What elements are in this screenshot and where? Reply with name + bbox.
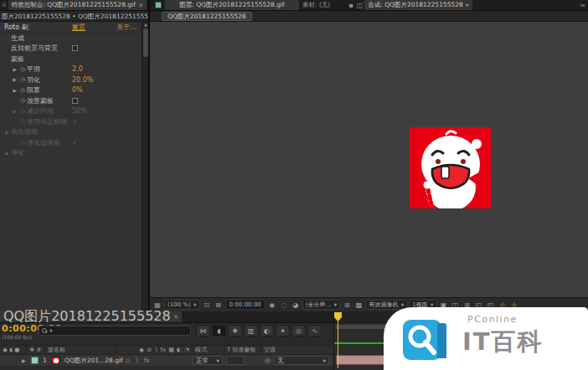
property-value[interactable]: 0% bbox=[72, 86, 83, 94]
tab-composition[interactable]: 合成: QQ图片20181225155528 ▼ bbox=[364, 0, 472, 11]
tab-timeline-comp[interactable]: QQ图片20181225155528 × bbox=[0, 311, 182, 322]
comp-flowchart-icon[interactable]: ▪ bbox=[347, 2, 354, 9]
stopwatch-icon[interactable]: ◷ bbox=[18, 87, 27, 94]
motion-blur-icon[interactable]: ◐ bbox=[260, 325, 274, 337]
property-checkbox[interactable] bbox=[72, 45, 78, 51]
chevron-down-icon[interactable]: ▼ bbox=[466, 3, 469, 8]
layer-switch-icon[interactable]: fx bbox=[144, 357, 150, 364]
layer-switches: ▫∖fx bbox=[126, 355, 150, 366]
property-value[interactable]: 2.0 bbox=[72, 65, 83, 73]
effect-property-row[interactable]: ▶◷平滑2.0 bbox=[0, 64, 148, 75]
stopwatch-icon[interactable]: ◷ bbox=[18, 118, 27, 125]
parent-column-header[interactable]: 父级 bbox=[261, 346, 332, 354]
effect-property-row[interactable]: 反转前景与背景 bbox=[0, 44, 148, 54]
snapshot-icon[interactable]: ◉ bbox=[267, 301, 277, 309]
expander-icon[interactable]: ▶ bbox=[11, 88, 18, 93]
tab-layer[interactable]: 图层: QQ图片20181225155528.gif bbox=[165, 0, 299, 11]
property-check-icon[interactable]: ✓ bbox=[72, 139, 78, 146]
tab-footage[interactable]: 素材: (无) bbox=[299, 0, 333, 11]
stopwatch-icon[interactable]: ◷ bbox=[18, 108, 27, 115]
expander-icon[interactable]: ▶ bbox=[3, 151, 11, 156]
viewer-canvas[interactable] bbox=[150, 22, 588, 297]
stopwatch-icon[interactable]: ◷ bbox=[18, 76, 27, 83]
close-icon[interactable]: × bbox=[138, 2, 144, 9]
layer-image[interactable] bbox=[410, 127, 491, 208]
layer-switch-icon[interactable]: ▫ bbox=[126, 357, 130, 364]
layer-thumbnail bbox=[51, 357, 60, 364]
viewer-panel-menu-icon[interactable]: ≡ bbox=[577, 2, 588, 9]
expander-icon[interactable]: ▶ bbox=[11, 77, 18, 82]
effect-property-row[interactable]: ▶◷减少抖动50% bbox=[0, 106, 148, 117]
layer-viewer-panel: 图层: QQ图片20181225155528.gif 素材: (无) ▪ ◫ 合… bbox=[150, 0, 588, 311]
effect-property-row[interactable]: 蒙板 bbox=[0, 54, 148, 64]
search-options-icon[interactable]: ▼ bbox=[49, 328, 53, 333]
property-value[interactable]: 20.0% bbox=[72, 76, 93, 84]
pixel-motion-icon[interactable]: ❖ bbox=[228, 325, 242, 337]
frame-blend-icon[interactable]: ▥ bbox=[244, 325, 258, 337]
stopwatch-icon[interactable]: ◷ bbox=[18, 139, 27, 146]
expander-icon[interactable]: ▶ bbox=[11, 67, 18, 72]
parent-select[interactable]: 无▼ bbox=[274, 356, 329, 365]
panel-menu-icon[interactable]: ≡ bbox=[147, 2, 148, 9]
timeline-tab-close-icon[interactable]: × bbox=[173, 313, 179, 321]
effect-property-row[interactable]: ▶动态模糊 bbox=[0, 127, 148, 138]
scrollbar[interactable]: ▲ bbox=[142, 22, 148, 311]
effect-property-row[interactable]: ◷使用动态模糊✓ bbox=[0, 116, 148, 127]
channels-icon[interactable]: ◕ bbox=[291, 301, 301, 309]
effect-name[interactable]: Roto 刷 bbox=[4, 23, 28, 31]
effect-property-row[interactable]: ▶◷阻塞0% bbox=[0, 85, 148, 96]
expander-icon[interactable]: ▶ bbox=[3, 130, 11, 135]
tab-effect-controls[interactable]: 特效控制台: QQ图片20181225155528.gif × bbox=[8, 0, 147, 11]
resolution-select[interactable]: (全分辨…▼ bbox=[302, 300, 341, 310]
about-link[interactable]: 关于... bbox=[116, 22, 137, 33]
blend-mode-select[interactable]: 正常▼ bbox=[193, 356, 223, 365]
layer-name[interactable]: QQ图片201...28.gif bbox=[64, 355, 123, 366]
panel-grip-icon[interactable]: ≣ bbox=[0, 2, 8, 8]
layer-color-chip[interactable] bbox=[31, 357, 39, 364]
source-name-column-header[interactable]: 源名称 bbox=[45, 346, 116, 354]
region-of-interest-icon[interactable]: ⊠ bbox=[214, 301, 224, 309]
property-check-icon[interactable]: ✓ bbox=[72, 118, 78, 126]
graph-editor-icon[interactable]: ∿ bbox=[307, 325, 322, 337]
layer-panel-icon bbox=[155, 2, 162, 8]
trkmat-column-header[interactable]: T 轨道蒙板 bbox=[224, 346, 261, 354]
scroll-up-icon[interactable]: ▲ bbox=[142, 22, 148, 27]
camera-select-label: 有效摄像机 bbox=[369, 301, 398, 309]
effect-property-row[interactable]: ▶净化 bbox=[0, 148, 148, 159]
switch-column-icon: fx bbox=[161, 347, 167, 353]
shy-layers-icon[interactable]: ◖ bbox=[212, 325, 226, 337]
parent-pickwhip-icon[interactable]: ◎ bbox=[265, 355, 271, 366]
switch-column-icon: ◐ bbox=[177, 347, 182, 353]
property-checkbox[interactable] bbox=[72, 98, 78, 104]
effect-property-row[interactable]: ◷改善蒙板 bbox=[0, 95, 148, 106]
effect-property-row[interactable]: 生成 bbox=[0, 33, 148, 44]
stopwatch-icon[interactable]: ◷ bbox=[18, 97, 27, 104]
property-label: 羽化 bbox=[27, 75, 40, 85]
mini-flowchart-icon[interactable]: ⋈ bbox=[196, 325, 210, 337]
mode-column-header[interactable]: 模式 bbox=[193, 346, 224, 354]
effect-property-row[interactable]: ◷净化边缘色✓ bbox=[0, 137, 148, 148]
stopwatch-icon[interactable]: ◷ bbox=[18, 66, 27, 73]
auto-keyframe-icon[interactable]: ◎ bbox=[291, 325, 306, 337]
effect-property-row[interactable]: ▶◷羽化20.0% bbox=[0, 75, 148, 85]
layer-tab-label: 图层: QQ图片20181225155528.gif bbox=[179, 1, 284, 9]
expander-icon[interactable]: ▶ bbox=[11, 109, 18, 114]
breadcrumb[interactable]: QQ图片20181225155528 bbox=[162, 12, 252, 21]
timeline-search-box[interactable]: ▼ bbox=[39, 326, 191, 336]
property-value[interactable]: 50% bbox=[72, 107, 87, 115]
target-region-icon[interactable]: ⊞ bbox=[342, 301, 352, 309]
comp-lock-icon[interactable]: ◫ bbox=[355, 2, 365, 9]
camera-select[interactable]: 有效摄像机▼ bbox=[365, 300, 407, 310]
layer-row[interactable]: ▶ 1 QQ图片201...28.gif ▫∖fx 正常▼ ◎ 无▼ bbox=[0, 355, 333, 366]
trkmat-select[interactable] bbox=[226, 356, 245, 365]
viewer-timecode[interactable]: 0:00:00:00 bbox=[225, 300, 266, 310]
chevron-down-icon: ▼ bbox=[334, 302, 338, 307]
layer-expander-icon[interactable]: ▶ bbox=[22, 355, 26, 366]
show-snapshot-icon[interactable]: ◌ bbox=[279, 301, 289, 309]
reset-link[interactable]: 重置 bbox=[72, 22, 85, 33]
transparency-grid-icon[interactable]: ▩ bbox=[353, 301, 364, 309]
layer-switch-icon[interactable]: ∖ bbox=[135, 357, 139, 364]
brainstorm-icon[interactable]: ✦ bbox=[276, 325, 290, 337]
safe-areas-icon[interactable]: ⊡ bbox=[202, 301, 212, 309]
scrollbar-thumb[interactable] bbox=[143, 28, 148, 57]
